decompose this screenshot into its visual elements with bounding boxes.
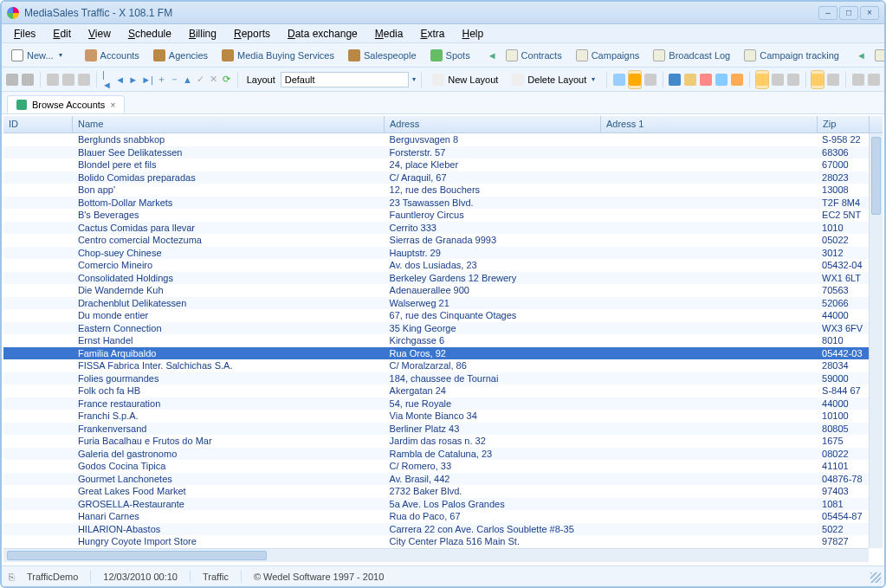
edit-record-button[interactable]: ▲ <box>182 70 193 89</box>
grid-style-2-button[interactable] <box>771 70 785 89</box>
table-row[interactable]: Drachenblut DelikatessenWalserweg 215206… <box>3 297 869 310</box>
column-header-id[interactable]: ID <box>3 116 73 132</box>
export-button[interactable] <box>851 70 865 89</box>
table-row[interactable]: Du monde entier67, rue des Cinquante Ota… <box>3 309 869 322</box>
table-row[interactable]: Furia Bacalhau e Frutos do MarJardim das… <box>3 435 869 448</box>
table-row[interactable]: Comercio MineiroAv. dos Lusiadas, 230543… <box>3 259 869 272</box>
resize-grip[interactable] <box>870 572 881 583</box>
first-record-button[interactable]: |◄ <box>101 70 113 89</box>
copy-button[interactable] <box>61 70 75 89</box>
column-header-name[interactable]: Name <box>73 116 385 132</box>
color-style-button[interactable] <box>811 70 825 89</box>
cancel-edit-button[interactable]: ✕ <box>208 70 219 89</box>
filter-funnel-button[interactable] <box>612 70 626 89</box>
table-row[interactable]: HILARION-AbastosCarrera 22 con Ave. Carl… <box>3 523 869 536</box>
last-record-button[interactable]: ►| <box>140 70 154 89</box>
menu-files[interactable]: Files <box>9 26 41 42</box>
broadcast-log-button[interactable]: Broadcast Log <box>647 47 736 64</box>
open-layout-button[interactable] <box>683 70 697 89</box>
agencies-button[interactable]: Agencies <box>147 47 214 64</box>
save-layout-button[interactable] <box>668 70 682 89</box>
column-header-adress1[interactable]: Adress 1 <box>601 116 818 132</box>
table-row[interactable]: Blauer See DelikatessenForsterstr. 57683… <box>3 146 869 159</box>
salespeople-button[interactable]: Salespeople <box>342 47 423 64</box>
layout-select[interactable] <box>281 72 409 87</box>
view-2-button[interactable] <box>715 70 728 89</box>
table-row[interactable]: Bottom-Dollar Markets23 Tsawassen Blvd.T… <box>3 197 869 210</box>
paste-button[interactable] <box>77 70 91 89</box>
delete-layout-button[interactable]: Delete Layout▾ <box>506 71 601 88</box>
table-row[interactable]: France restauration54, rue Royale44000 <box>3 397 869 410</box>
column-header-zip[interactable]: Zip <box>818 116 870 132</box>
menu-reports[interactable]: Reports <box>229 26 275 42</box>
minimize-button[interactable]: – <box>818 6 837 20</box>
grid-style-1-button[interactable] <box>755 70 769 89</box>
pivot-reports-button[interactable]: Pivot Reports <box>869 47 884 64</box>
table-row[interactable]: Galeria del gastronomoRambla de Cataluna… <box>3 448 869 461</box>
table-row[interactable]: FrankenversandBerliner Platz 4380805 <box>3 423 869 436</box>
table-row[interactable]: Centro comercial MoctezumaSierras de Gra… <box>3 234 869 247</box>
table-row[interactable]: Godos Cocina TipicaC/ Romero, 3341101 <box>3 460 869 473</box>
vertical-scrollbar[interactable] <box>869 133 883 548</box>
table-row[interactable]: Cactus Comidas para llevarCerrito 333101… <box>3 222 869 235</box>
cut-button[interactable] <box>46 70 60 89</box>
nav-next-button[interactable]: ◄ <box>856 46 867 65</box>
filter-clear-button[interactable] <box>643 70 657 89</box>
menu-extra[interactable]: Extra <box>415 26 449 42</box>
accounts-button[interactable]: Accounts <box>79 47 146 64</box>
table-row[interactable]: Great Lakes Food Market2732 Baker Blvd.9… <box>3 485 869 498</box>
new-button[interactable]: New...▾ <box>5 47 68 64</box>
tab-close-button[interactable]: × <box>110 100 115 110</box>
preview-button[interactable] <box>21 70 35 89</box>
refresh-button[interactable]: ⟳ <box>221 70 232 89</box>
nav-prev-button[interactable]: ◄ <box>487 46 498 65</box>
add-record-button[interactable]: ＋ <box>156 70 167 89</box>
close-button[interactable]: × <box>860 6 879 20</box>
prev-record-button[interactable]: ◄ <box>114 70 126 89</box>
contracts-button[interactable]: Contracts <box>500 47 568 64</box>
menu-edit[interactable]: Edit <box>48 26 76 42</box>
table-row[interactable]: Consolidated HoldingsBerkeley Gardens 12… <box>3 272 869 285</box>
table-row[interactable]: Blondel pere et fils24, place Kleber6700… <box>3 158 869 171</box>
chevron-down-icon[interactable]: ▾ <box>412 75 416 83</box>
menu-view[interactable]: View <box>83 26 116 42</box>
table-row[interactable]: Berglunds snabbkopBerguvsvagen 8S-958 22 <box>3 133 869 146</box>
table-row[interactable]: Gourmet LanchonetesAv. Brasil, 44204876-… <box>3 473 869 486</box>
table-row[interactable]: B's BeveragesFauntleroy CircusEC2 5NT <box>3 209 869 222</box>
next-record-button[interactable]: ► <box>127 70 139 89</box>
table-row[interactable]: Die Wandernde KuhAdenauerallee 90070563 <box>3 284 869 297</box>
grid-style-3-button[interactable] <box>786 70 800 89</box>
new-layout-button[interactable]: New Layout <box>426 71 504 88</box>
table-row[interactable]: Hungry Coyote Import StoreCity Center Pl… <box>3 535 869 548</box>
table-row[interactable]: Ernst HandelKirchgasse 68010 <box>3 334 869 347</box>
campaign-tracking-button[interactable]: Campaign tracking <box>738 47 845 64</box>
print-button[interactable] <box>5 70 19 89</box>
table-row[interactable]: Bolido Comidas preparadasC/ Araquil, 672… <box>3 171 869 184</box>
table-row[interactable]: Bon app'12, rue des Bouchers13008 <box>3 184 869 197</box>
table-row[interactable]: GROSELLA-Restaurante5a Ave. Los Palos Gr… <box>3 498 869 511</box>
table-row[interactable]: Folies gourmandes184, chaussee de Tourna… <box>3 372 869 385</box>
menu-billing[interactable]: Billing <box>184 26 222 42</box>
view-3-button[interactable] <box>730 70 744 89</box>
table-row[interactable]: Franchi S.p.A.Via Monte Bianco 3410100 <box>3 410 869 423</box>
view-1-button[interactable] <box>699 70 713 89</box>
commit-button[interactable]: ✓ <box>195 70 206 89</box>
table-row[interactable]: Eastern Connection35 King GeorgeWX3 6FV <box>3 322 869 335</box>
maximize-button[interactable]: □ <box>839 6 858 20</box>
horizontal-scrollbar[interactable] <box>3 548 869 562</box>
menu-schedule[interactable]: Schedule <box>123 26 177 42</box>
spots-button[interactable]: Spots <box>424 47 476 64</box>
table-row[interactable]: Folk och fa HBAkergatan 24S-844 67 <box>3 384 869 397</box>
scrollbar-thumb[interactable] <box>871 137 881 215</box>
table-row[interactable]: Chop-suey ChineseHauptstr. 293012 <box>3 247 869 260</box>
table-row[interactable]: Familia ArquibaldoRua Oros, 9205442-03 <box>3 347 869 360</box>
table-row[interactable]: Hanari CarnesRua do Paco, 6705454-87 <box>3 510 869 523</box>
scrollbar-thumb[interactable] <box>7 551 267 560</box>
tab-browse-accounts[interactable]: Browse Accounts × <box>7 95 125 113</box>
media-buying-button[interactable]: Media Buying Services <box>216 47 340 64</box>
menu-data-exchange[interactable]: Data exchange <box>282 26 363 42</box>
remove-record-button[interactable]: － <box>169 70 180 89</box>
columns-button[interactable] <box>826 70 840 89</box>
settings-button[interactable] <box>867 70 881 89</box>
menu-media[interactable]: Media <box>370 26 409 42</box>
